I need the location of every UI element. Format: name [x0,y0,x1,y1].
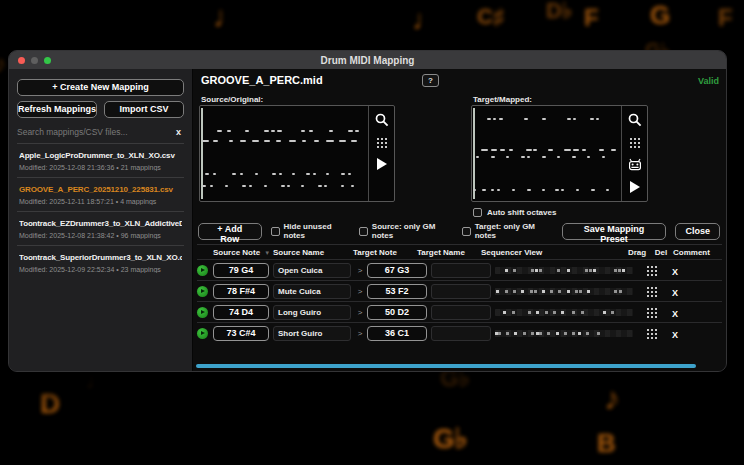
target-note-field[interactable]: 53 F2 [367,284,427,299]
save-mapping-preset-button[interactable]: Save Mapping Preset [562,223,667,240]
source-drag-handle-icon[interactable] [376,137,387,148]
target-drag-handle-icon[interactable] [629,137,640,148]
help-button[interactable]: ? [422,74,439,87]
delete-row-button[interactable]: X [672,288,678,298]
target-name-field[interactable] [431,284,491,299]
play-target-icon[interactable] [630,181,640,193]
sequencer-note-dot [587,290,590,293]
sequencer-note-dot [523,332,526,335]
sequencer-note-dot [556,332,559,335]
row-delete-cell: X [663,261,687,279]
midi-note-dash [606,189,609,191]
midi-note-dash [497,189,500,191]
row-drag-handle[interactable] [646,328,657,339]
row-drag-handle[interactable] [646,265,657,276]
target-name-field[interactable] [431,326,491,341]
column-header-del: Del [649,248,673,257]
horizontal-scrollbar[interactable] [196,364,696,368]
target-note-field[interactable]: 67 G3 [367,263,427,278]
sequencer-note-dot [513,269,516,272]
clear-search-button[interactable]: x [173,127,184,137]
mapping-meta: Modified: 2025-12-09 22:52:34 • 23 mappi… [19,266,182,273]
mapping-row: 79 G4Open Cuica>67 G3X [197,259,722,280]
target-note-field[interactable]: 50 D2 [367,305,427,320]
refresh-mappings-button[interactable]: Refresh Mappings [17,101,97,118]
source-preview-tools [369,106,394,201]
mapping-table: 79 G4Open Cuica>67 G3X78 F#4Mute Cuica>5… [197,259,722,343]
source-name-field[interactable]: Long Guiro [273,305,351,320]
midi-note-dash [232,173,236,175]
midi-note-dash [302,140,306,142]
source-note-field[interactable]: 78 F#4 [213,284,269,299]
sequencer-note-dot [545,311,548,314]
midi-note-dash [245,130,249,132]
midi-note-dash [526,149,532,151]
column-header-source-note[interactable]: Source Note▼ [213,248,269,257]
mapping-row: 73 C#4Short Guiro>36 C1X [197,322,722,343]
source-note-field[interactable]: 73 C#4 [213,326,269,341]
sequencer-note-dot [514,332,517,335]
source-only-gm-checkbox[interactable] [359,227,368,236]
target-only-gm-checkbox[interactable] [462,227,471,236]
zoom-source-icon[interactable] [375,113,389,127]
midi-note-dash [277,130,282,132]
import-csv-button[interactable]: Import CSV [104,101,184,118]
midi-note-dash [227,130,231,132]
sequencer-note-dot [498,332,501,335]
delete-row-button[interactable]: X [672,330,678,340]
source-note-field[interactable]: 79 G4 [213,263,269,278]
mapping-list-item[interactable]: GROOVE_A_PERC_20251210_225831.csvModifie… [17,177,184,211]
mapping-list-item[interactable]: Toontrack_EZDrummer3_to_XLN_AddictiveDru… [17,211,184,245]
close-button[interactable]: Close [675,223,720,240]
target-name-field[interactable] [431,305,491,320]
sequencer-view-cell [495,267,633,274]
midi-note-dash [210,185,213,187]
source-note-field[interactable]: 74 D4 [213,305,269,320]
target-preview-label: Target/Mapped: [473,95,532,104]
hide-unused-notes-checkbox[interactable] [271,227,280,236]
source-name-field[interactable]: Mute Cuica [273,284,351,299]
drum-machine-icon[interactable] [628,158,642,171]
music-glyph: ♩ [86,370,108,392]
source-only-gm-label: Source: only GM notes [372,222,453,240]
close-window-button[interactable] [18,57,25,64]
zoom-window-button[interactable] [44,57,51,64]
row-delete-cell: X [663,282,687,300]
mapping-list-item[interactable]: Toontrack_SuperiorDrummer3_to_XLN_XO.csv… [17,245,184,279]
sequencer-note-dot [581,311,584,314]
midi-note-dash [500,149,505,151]
row-drag-handle[interactable] [646,286,657,297]
music-glyph: C♯ [477,6,504,28]
midi-note-dash [240,173,243,175]
row-drag-handle[interactable] [646,307,657,318]
target-preview-tools [622,106,647,201]
source-name-field[interactable]: Open Cuica [273,263,351,278]
delete-row-button[interactable]: X [672,267,678,277]
music-glyph: F [718,6,733,30]
row-play-button[interactable] [197,328,208,339]
sequencer-note-dot [567,290,570,293]
auto-shift-octaves-checkbox[interactable] [473,208,482,217]
zoom-target-icon[interactable] [628,113,642,127]
sequencer-note-dot [618,269,621,272]
mapping-row: 74 D4Long Guiro>50 D2X [197,301,722,322]
midi-note-dash [341,173,345,175]
row-play-button[interactable] [197,286,208,297]
minimize-window-button[interactable] [31,57,38,64]
target-note-field[interactable]: 36 C1 [367,326,427,341]
delete-row-button[interactable]: X [672,309,678,319]
music-glyph: F [584,6,599,30]
midi-note-dash [506,156,509,158]
target-name-field[interactable] [431,263,491,278]
add-row-button[interactable]: + Add Row [198,223,262,240]
create-new-mapping-button[interactable]: + Create New Mapping [17,79,184,96]
midi-note-dash [351,140,357,142]
search-input[interactable] [17,127,173,137]
row-play-button[interactable] [197,265,208,276]
midi-note-dash [499,118,503,120]
mapping-list-item[interactable]: Apple_LogicProDrummer_to_XLN_XO.csvModif… [17,143,184,177]
row-play-button[interactable] [197,307,208,318]
sequencer-note-dot [521,290,524,293]
source-name-field[interactable]: Short Guiro [273,326,351,341]
play-source-icon[interactable] [377,158,387,170]
